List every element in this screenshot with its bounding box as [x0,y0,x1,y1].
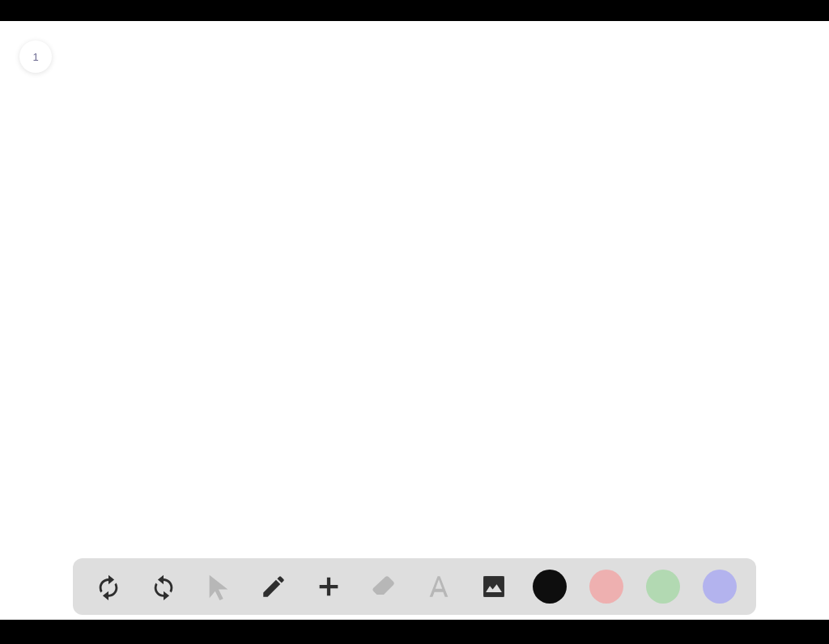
image-icon [480,573,508,600]
undo-button[interactable] [92,570,125,603]
eraser-tool-button[interactable] [368,570,400,603]
canvas-area[interactable] [0,21,829,620]
color-swatch-purple[interactable] [703,570,737,604]
toolbar [73,558,756,615]
redo-icon [150,573,177,600]
eraser-icon [370,573,397,600]
plus-icon [315,573,342,600]
text-icon [425,573,453,600]
image-tool-button[interactable] [478,570,510,603]
text-tool-button[interactable] [423,570,455,603]
color-swatch-red[interactable] [589,570,623,604]
color-swatch-green[interactable] [646,570,680,604]
cursor-tool-button[interactable] [202,570,235,603]
add-tool-button[interactable] [312,570,345,603]
pencil-icon [260,573,287,600]
page-number-value: 1 [32,51,38,63]
page-number-badge[interactable]: 1 [19,40,52,73]
redo-button[interactable] [147,570,180,603]
pencil-tool-button[interactable] [257,570,290,603]
undo-icon [95,573,122,600]
cursor-icon [205,573,232,600]
color-swatch-black[interactable] [533,570,567,604]
